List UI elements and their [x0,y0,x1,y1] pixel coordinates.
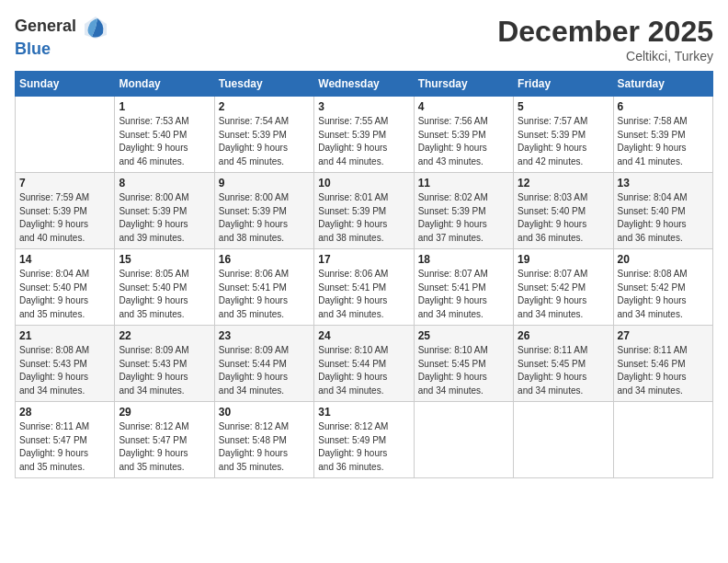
day-detail: Sunrise: 8:08 AMSunset: 5:42 PMDaylight:… [618,268,709,321]
calendar-cell: 5Sunrise: 7:57 AMSunset: 5:39 PMDaylight… [514,97,613,173]
day-number: 8 [119,177,210,190]
week-row-3: 14Sunrise: 8:04 AMSunset: 5:40 PMDayligh… [16,249,713,326]
day-detail: Sunrise: 7:59 AMSunset: 5:39 PMDaylight:… [19,191,110,245]
calendar-cell: 12Sunrise: 8:03 AMSunset: 5:40 PMDayligh… [514,173,613,249]
col-header-friday: Friday [514,72,613,97]
day-detail: Sunrise: 8:03 AMSunset: 5:40 PMDaylight:… [518,191,609,245]
day-number: 23 [219,329,310,342]
calendar-header-row: SundayMondayTuesdayWednesdayThursdayFrid… [16,72,713,97]
week-row-2: 7Sunrise: 7:59 AMSunset: 5:39 PMDaylight… [16,173,713,249]
day-number: 18 [418,253,509,266]
day-number: 5 [518,100,609,113]
calendar-cell: 6Sunrise: 7:58 AMSunset: 5:39 PMDaylight… [613,97,712,173]
day-detail: Sunrise: 8:10 AMSunset: 5:45 PMDaylight:… [418,344,509,397]
day-detail: Sunrise: 8:00 AMSunset: 5:39 PMDaylight:… [119,191,210,245]
calendar-cell: 14Sunrise: 8:04 AMSunset: 5:40 PMDayligh… [16,249,115,326]
day-detail: Sunrise: 8:04 AMSunset: 5:40 PMDaylight:… [618,191,709,245]
day-number: 20 [618,253,709,266]
day-number: 28 [19,406,110,419]
day-number: 9 [219,177,310,190]
day-number: 16 [219,253,310,266]
week-row-1: 1Sunrise: 7:53 AMSunset: 5:40 PMDaylight… [16,97,713,173]
col-header-monday: Monday [115,72,214,97]
month-title: December 2025 [497,15,713,49]
day-detail: Sunrise: 7:53 AMSunset: 5:40 PMDaylight:… [119,115,210,168]
day-number: 25 [418,329,509,342]
day-number: 11 [418,177,509,190]
title-area: December 2025 Celtikci, Turkey [497,15,713,63]
calendar-cell: 16Sunrise: 8:06 AMSunset: 5:41 PMDayligh… [214,249,313,326]
day-detail: Sunrise: 8:11 AMSunset: 5:45 PMDaylight:… [518,344,609,397]
calendar-cell: 11Sunrise: 8:02 AMSunset: 5:39 PMDayligh… [414,173,513,249]
calendar: SundayMondayTuesdayWednesdayThursdayFrid… [15,71,713,478]
calendar-cell [16,97,115,173]
calendar-cell [514,402,613,478]
day-number: 30 [219,406,310,419]
day-detail: Sunrise: 7:58 AMSunset: 5:39 PMDaylight:… [618,115,709,168]
calendar-cell: 15Sunrise: 8:05 AMSunset: 5:40 PMDayligh… [115,249,214,326]
calendar-cell: 4Sunrise: 7:56 AMSunset: 5:39 PMDaylight… [414,97,513,173]
day-detail: Sunrise: 7:55 AMSunset: 5:39 PMDaylight:… [318,115,409,168]
day-number: 21 [19,329,110,342]
day-number: 7 [19,177,110,190]
day-number: 27 [618,329,709,342]
calendar-cell: 2Sunrise: 7:54 AMSunset: 5:39 PMDaylight… [214,97,313,173]
calendar-cell: 3Sunrise: 7:55 AMSunset: 5:39 PMDaylight… [314,97,414,173]
calendar-cell: 30Sunrise: 8:12 AMSunset: 5:48 PMDayligh… [214,402,313,478]
day-number: 12 [518,177,609,190]
logo-general: General [15,15,108,40]
day-detail: Sunrise: 8:00 AMSunset: 5:39 PMDaylight:… [219,191,310,245]
calendar-cell: 20Sunrise: 8:08 AMSunset: 5:42 PMDayligh… [613,249,712,326]
day-number: 19 [518,253,609,266]
day-detail: Sunrise: 8:11 AMSunset: 5:47 PMDaylight:… [19,420,110,474]
day-detail: Sunrise: 8:02 AMSunset: 5:39 PMDaylight:… [418,191,509,245]
calendar-cell: 17Sunrise: 8:06 AMSunset: 5:41 PMDayligh… [314,249,414,326]
calendar-cell: 18Sunrise: 8:07 AMSunset: 5:41 PMDayligh… [414,249,513,326]
calendar-cell: 25Sunrise: 8:10 AMSunset: 5:45 PMDayligh… [414,326,513,402]
logo-icon [83,15,108,40]
calendar-cell: 31Sunrise: 8:12 AMSunset: 5:49 PMDayligh… [314,402,414,478]
day-number: 1 [119,100,210,113]
col-header-saturday: Saturday [613,72,712,97]
day-number: 24 [318,329,409,342]
day-detail: Sunrise: 8:09 AMSunset: 5:44 PMDaylight:… [219,344,310,397]
day-number: 2 [219,100,310,113]
calendar-cell: 13Sunrise: 8:04 AMSunset: 5:40 PMDayligh… [613,173,712,249]
calendar-cell: 27Sunrise: 8:11 AMSunset: 5:46 PMDayligh… [613,326,712,402]
logo: General Blue [15,15,108,59]
col-header-tuesday: Tuesday [214,72,313,97]
calendar-cell: 8Sunrise: 8:00 AMSunset: 5:39 PMDaylight… [115,173,214,249]
day-detail: Sunrise: 8:06 AMSunset: 5:41 PMDaylight:… [318,268,409,321]
location-title: Celtikci, Turkey [497,49,713,63]
day-detail: Sunrise: 7:57 AMSunset: 5:39 PMDaylight:… [518,115,609,168]
col-header-wednesday: Wednesday [314,72,414,97]
day-number: 22 [119,329,210,342]
day-number: 13 [618,177,709,190]
calendar-cell: 19Sunrise: 8:07 AMSunset: 5:42 PMDayligh… [514,249,613,326]
day-number: 4 [418,100,509,113]
calendar-cell: 10Sunrise: 8:01 AMSunset: 5:39 PMDayligh… [314,173,414,249]
day-number: 29 [119,406,210,419]
day-number: 14 [19,253,110,266]
calendar-cell: 9Sunrise: 8:00 AMSunset: 5:39 PMDaylight… [214,173,313,249]
day-detail: Sunrise: 8:10 AMSunset: 5:44 PMDaylight:… [318,344,409,397]
day-detail: Sunrise: 7:54 AMSunset: 5:39 PMDaylight:… [219,115,310,168]
col-header-thursday: Thursday [414,72,513,97]
col-header-sunday: Sunday [16,72,115,97]
calendar-cell: 22Sunrise: 8:09 AMSunset: 5:43 PMDayligh… [115,326,214,402]
day-detail: Sunrise: 8:05 AMSunset: 5:40 PMDaylight:… [119,268,210,321]
day-number: 10 [318,177,409,190]
day-detail: Sunrise: 7:56 AMSunset: 5:39 PMDaylight:… [418,115,509,168]
day-detail: Sunrise: 8:01 AMSunset: 5:39 PMDaylight:… [318,191,409,245]
day-number: 31 [318,406,409,419]
day-detail: Sunrise: 8:08 AMSunset: 5:43 PMDaylight:… [19,344,110,397]
day-number: 26 [518,329,609,342]
week-row-4: 21Sunrise: 8:08 AMSunset: 5:43 PMDayligh… [16,326,713,402]
day-detail: Sunrise: 8:12 AMSunset: 5:48 PMDaylight:… [219,420,310,474]
day-detail: Sunrise: 8:07 AMSunset: 5:41 PMDaylight:… [418,268,509,321]
day-number: 17 [318,253,409,266]
day-detail: Sunrise: 8:06 AMSunset: 5:41 PMDaylight:… [219,268,310,321]
calendar-cell: 24Sunrise: 8:10 AMSunset: 5:44 PMDayligh… [314,326,414,402]
header: General Blue December 2025 Celtikci, Tur… [15,15,713,63]
day-number: 3 [318,100,409,113]
